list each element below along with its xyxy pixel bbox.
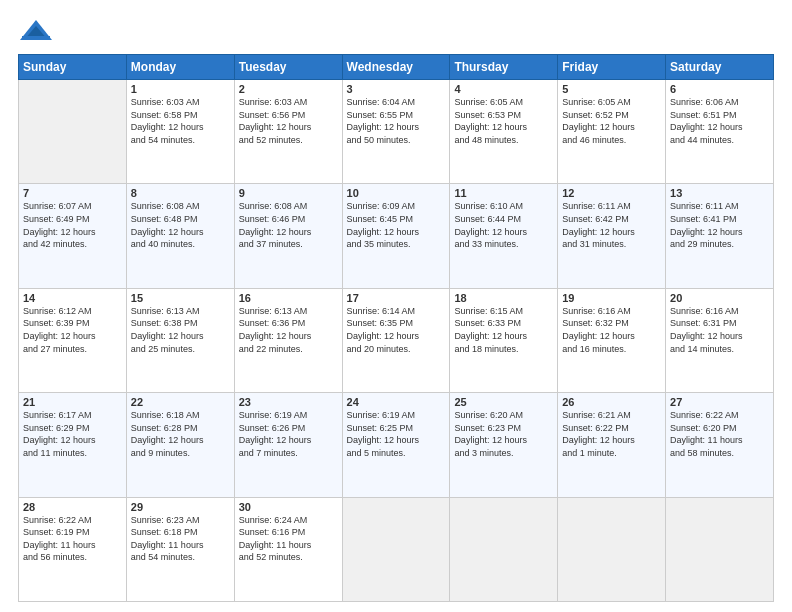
day-info: Sunrise: 6:16 AM Sunset: 6:32 PM Dayligh… [562, 305, 661, 355]
day-info: Sunrise: 6:13 AM Sunset: 6:38 PM Dayligh… [131, 305, 230, 355]
calendar-cell [666, 497, 774, 601]
day-info: Sunrise: 6:07 AM Sunset: 6:49 PM Dayligh… [23, 200, 122, 250]
day-number: 30 [239, 501, 338, 513]
col-header-wednesday: Wednesday [342, 55, 450, 80]
calendar-cell: 7Sunrise: 6:07 AM Sunset: 6:49 PM Daylig… [19, 184, 127, 288]
calendar-cell [450, 497, 558, 601]
calendar-cell: 8Sunrise: 6:08 AM Sunset: 6:48 PM Daylig… [126, 184, 234, 288]
calendar-cell: 20Sunrise: 6:16 AM Sunset: 6:31 PM Dayli… [666, 288, 774, 392]
day-info: Sunrise: 6:03 AM Sunset: 6:58 PM Dayligh… [131, 96, 230, 146]
day-number: 6 [670, 83, 769, 95]
day-number: 13 [670, 187, 769, 199]
week-row-1: 7Sunrise: 6:07 AM Sunset: 6:49 PM Daylig… [19, 184, 774, 288]
header-row: SundayMondayTuesdayWednesdayThursdayFrid… [19, 55, 774, 80]
day-number: 16 [239, 292, 338, 304]
day-number: 4 [454, 83, 553, 95]
col-header-friday: Friday [558, 55, 666, 80]
logo [18, 18, 58, 46]
day-number: 3 [347, 83, 446, 95]
day-info: Sunrise: 6:20 AM Sunset: 6:23 PM Dayligh… [454, 409, 553, 459]
day-info: Sunrise: 6:12 AM Sunset: 6:39 PM Dayligh… [23, 305, 122, 355]
day-number: 25 [454, 396, 553, 408]
col-header-thursday: Thursday [450, 55, 558, 80]
day-info: Sunrise: 6:04 AM Sunset: 6:55 PM Dayligh… [347, 96, 446, 146]
day-number: 7 [23, 187, 122, 199]
calendar-cell: 17Sunrise: 6:14 AM Sunset: 6:35 PM Dayli… [342, 288, 450, 392]
day-info: Sunrise: 6:09 AM Sunset: 6:45 PM Dayligh… [347, 200, 446, 250]
day-number: 8 [131, 187, 230, 199]
calendar-cell: 16Sunrise: 6:13 AM Sunset: 6:36 PM Dayli… [234, 288, 342, 392]
calendar-cell: 13Sunrise: 6:11 AM Sunset: 6:41 PM Dayli… [666, 184, 774, 288]
day-info: Sunrise: 6:16 AM Sunset: 6:31 PM Dayligh… [670, 305, 769, 355]
calendar-cell [342, 497, 450, 601]
day-number: 10 [347, 187, 446, 199]
day-number: 24 [347, 396, 446, 408]
calendar-cell: 19Sunrise: 6:16 AM Sunset: 6:32 PM Dayli… [558, 288, 666, 392]
week-row-2: 14Sunrise: 6:12 AM Sunset: 6:39 PM Dayli… [19, 288, 774, 392]
day-info: Sunrise: 6:19 AM Sunset: 6:26 PM Dayligh… [239, 409, 338, 459]
day-number: 12 [562, 187, 661, 199]
day-info: Sunrise: 6:22 AM Sunset: 6:20 PM Dayligh… [670, 409, 769, 459]
calendar-cell: 23Sunrise: 6:19 AM Sunset: 6:26 PM Dayli… [234, 393, 342, 497]
logo-icon [18, 18, 54, 46]
week-row-4: 28Sunrise: 6:22 AM Sunset: 6:19 PM Dayli… [19, 497, 774, 601]
day-number: 5 [562, 83, 661, 95]
day-number: 18 [454, 292, 553, 304]
day-number: 2 [239, 83, 338, 95]
calendar-cell: 11Sunrise: 6:10 AM Sunset: 6:44 PM Dayli… [450, 184, 558, 288]
calendar-cell: 6Sunrise: 6:06 AM Sunset: 6:51 PM Daylig… [666, 80, 774, 184]
day-info: Sunrise: 6:06 AM Sunset: 6:51 PM Dayligh… [670, 96, 769, 146]
svg-rect-2 [22, 36, 50, 40]
day-info: Sunrise: 6:05 AM Sunset: 6:52 PM Dayligh… [562, 96, 661, 146]
calendar-cell: 4Sunrise: 6:05 AM Sunset: 6:53 PM Daylig… [450, 80, 558, 184]
day-number: 21 [23, 396, 122, 408]
calendar-cell: 26Sunrise: 6:21 AM Sunset: 6:22 PM Dayli… [558, 393, 666, 497]
day-info: Sunrise: 6:03 AM Sunset: 6:56 PM Dayligh… [239, 96, 338, 146]
calendar-cell: 27Sunrise: 6:22 AM Sunset: 6:20 PM Dayli… [666, 393, 774, 497]
day-number: 28 [23, 501, 122, 513]
calendar-cell: 3Sunrise: 6:04 AM Sunset: 6:55 PM Daylig… [342, 80, 450, 184]
col-header-monday: Monday [126, 55, 234, 80]
day-info: Sunrise: 6:17 AM Sunset: 6:29 PM Dayligh… [23, 409, 122, 459]
calendar-cell: 25Sunrise: 6:20 AM Sunset: 6:23 PM Dayli… [450, 393, 558, 497]
day-info: Sunrise: 6:21 AM Sunset: 6:22 PM Dayligh… [562, 409, 661, 459]
day-number: 29 [131, 501, 230, 513]
page: SundayMondayTuesdayWednesdayThursdayFrid… [0, 0, 792, 612]
day-info: Sunrise: 6:08 AM Sunset: 6:48 PM Dayligh… [131, 200, 230, 250]
day-info: Sunrise: 6:24 AM Sunset: 6:16 PM Dayligh… [239, 514, 338, 564]
calendar-cell: 15Sunrise: 6:13 AM Sunset: 6:38 PM Dayli… [126, 288, 234, 392]
day-info: Sunrise: 6:05 AM Sunset: 6:53 PM Dayligh… [454, 96, 553, 146]
header [18, 18, 774, 46]
day-number: 19 [562, 292, 661, 304]
calendar-cell: 21Sunrise: 6:17 AM Sunset: 6:29 PM Dayli… [19, 393, 127, 497]
calendar-cell: 14Sunrise: 6:12 AM Sunset: 6:39 PM Dayli… [19, 288, 127, 392]
day-info: Sunrise: 6:14 AM Sunset: 6:35 PM Dayligh… [347, 305, 446, 355]
calendar-cell: 18Sunrise: 6:15 AM Sunset: 6:33 PM Dayli… [450, 288, 558, 392]
col-header-tuesday: Tuesday [234, 55, 342, 80]
day-info: Sunrise: 6:13 AM Sunset: 6:36 PM Dayligh… [239, 305, 338, 355]
day-number: 17 [347, 292, 446, 304]
calendar-cell: 28Sunrise: 6:22 AM Sunset: 6:19 PM Dayli… [19, 497, 127, 601]
calendar-cell: 29Sunrise: 6:23 AM Sunset: 6:18 PM Dayli… [126, 497, 234, 601]
day-info: Sunrise: 6:11 AM Sunset: 6:42 PM Dayligh… [562, 200, 661, 250]
calendar-cell: 5Sunrise: 6:05 AM Sunset: 6:52 PM Daylig… [558, 80, 666, 184]
calendar-cell: 12Sunrise: 6:11 AM Sunset: 6:42 PM Dayli… [558, 184, 666, 288]
calendar-cell: 10Sunrise: 6:09 AM Sunset: 6:45 PM Dayli… [342, 184, 450, 288]
day-number: 23 [239, 396, 338, 408]
col-header-saturday: Saturday [666, 55, 774, 80]
calendar-table: SundayMondayTuesdayWednesdayThursdayFrid… [18, 54, 774, 602]
day-info: Sunrise: 6:23 AM Sunset: 6:18 PM Dayligh… [131, 514, 230, 564]
col-header-sunday: Sunday [19, 55, 127, 80]
calendar-cell: 22Sunrise: 6:18 AM Sunset: 6:28 PM Dayli… [126, 393, 234, 497]
day-info: Sunrise: 6:11 AM Sunset: 6:41 PM Dayligh… [670, 200, 769, 250]
day-info: Sunrise: 6:19 AM Sunset: 6:25 PM Dayligh… [347, 409, 446, 459]
day-number: 9 [239, 187, 338, 199]
calendar-cell: 24Sunrise: 6:19 AM Sunset: 6:25 PM Dayli… [342, 393, 450, 497]
day-info: Sunrise: 6:18 AM Sunset: 6:28 PM Dayligh… [131, 409, 230, 459]
week-row-0: 1Sunrise: 6:03 AM Sunset: 6:58 PM Daylig… [19, 80, 774, 184]
day-number: 15 [131, 292, 230, 304]
day-number: 20 [670, 292, 769, 304]
day-number: 27 [670, 396, 769, 408]
day-info: Sunrise: 6:22 AM Sunset: 6:19 PM Dayligh… [23, 514, 122, 564]
day-info: Sunrise: 6:15 AM Sunset: 6:33 PM Dayligh… [454, 305, 553, 355]
